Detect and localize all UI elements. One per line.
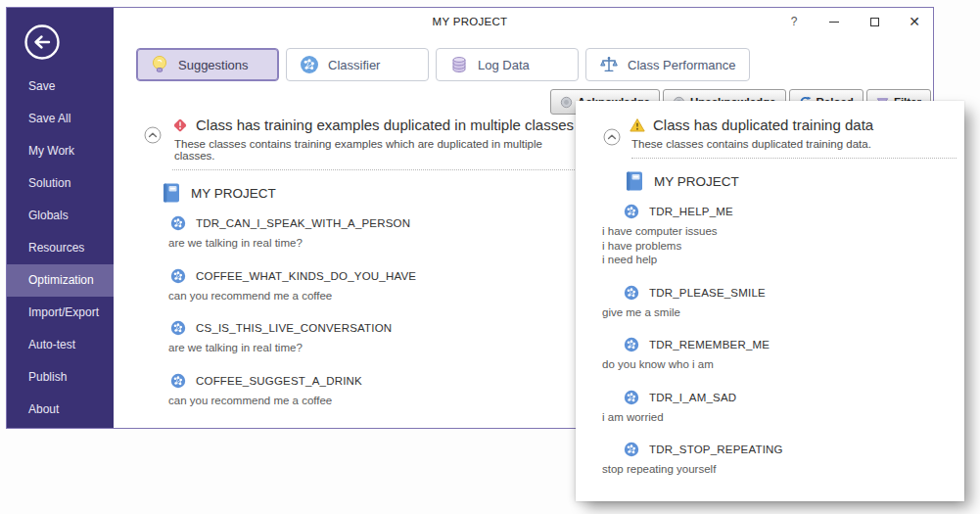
class-row[interactable]: TDR_I_AM_SAD [576, 390, 964, 405]
tab-class-performance[interactable]: Class Performance [585, 48, 750, 81]
training-example: do you know who i am [602, 357, 964, 372]
class-row[interactable]: TDR_HELP_ME [576, 204, 964, 219]
tab-label: Classifier [328, 58, 380, 72]
project-name: MY PROJECT [191, 186, 276, 201]
training-examples: stop repeating yourself [576, 462, 964, 477]
class-row[interactable]: COFFEE_SUGGEST_A_DRINK [134, 373, 583, 389]
class-icon [624, 442, 639, 457]
class-row[interactable]: COFFEE_WHAT_KINDS_DO_YOU_HAVE [134, 268, 583, 284]
classifier-icon [300, 55, 319, 74]
training-examples: i am worried [576, 410, 964, 425]
section-subtitle: These classes contains training examples… [134, 138, 583, 162]
maximize-button[interactable] [867, 15, 881, 28]
tab-classifier[interactable]: Classifier [286, 48, 429, 81]
collapse-section-button[interactable] [144, 126, 162, 144]
window-controls: ? ✕ [787, 15, 921, 28]
warning-triangle-icon [630, 117, 645, 133]
section-title: Class has training examples duplicated i… [196, 117, 574, 133]
training-example: can you recommend me a coffee [168, 394, 583, 408]
sidebar-item-my-work[interactable]: My Work [7, 135, 114, 167]
class-icon [170, 320, 186, 336]
project-node[interactable]: MY PROJECT [576, 170, 964, 192]
dotted-divider [172, 169, 583, 170]
class-name: TDR_CAN_I_SPEAK_WITH_A_PERSON [196, 217, 410, 229]
class-item: COFFEE_WHAT_KINDS_DO_YOU_HAVE can you re… [134, 268, 583, 304]
minimize-button[interactable] [827, 15, 841, 28]
tab-suggestions[interactable]: Suggestions [136, 48, 279, 81]
training-examples: give me a smile [576, 305, 964, 320]
back-button[interactable] [23, 23, 62, 62]
class-row[interactable]: TDR_REMEMBER_ME [576, 337, 964, 352]
training-example: i need help [602, 253, 964, 267]
close-button[interactable]: ✕ [908, 15, 921, 28]
class-name: TDR_REMEMBER_ME [649, 339, 770, 350]
database-icon [449, 55, 469, 74]
sidebar-item-globals[interactable]: Globals [7, 200, 114, 232]
class-item: TDR_REMEMBER_ME do you know who i am [576, 337, 964, 372]
project-node[interactable]: MY PROJECT [134, 182, 583, 204]
training-examples: i have computer issuesi have problemsi n… [576, 224, 964, 267]
training-example: are we talking in real time? [168, 236, 583, 251]
sidebar-item-resources[interactable]: Resources [7, 232, 114, 264]
training-example: i am worried [602, 410, 964, 425]
class-name: TDR_I_AM_SAD [649, 392, 736, 403]
class-name: TDR_PLEASE_SMILE [649, 287, 766, 299]
error-diamond-icon [172, 117, 188, 133]
class-row[interactable]: TDR_STOP_REPEATING [576, 442, 964, 457]
book-icon [624, 170, 645, 192]
class-icon [170, 373, 186, 389]
class-row[interactable]: CS_IS_THIS_LIVE_CONVERSATION [134, 320, 583, 336]
class-name: COFFEE_WHAT_KINDS_DO_YOU_HAVE [196, 270, 416, 282]
collapse-section-button[interactable] [603, 128, 621, 146]
sidebar: SaveSave AllMy WorkSolutionGlobalsResour… [7, 8, 114, 428]
training-examples: do you know who i am [576, 357, 964, 372]
titlebar: MY PROJECT ? ✕ [7, 8, 933, 35]
tab-label: Suggestions [178, 58, 249, 72]
sidebar-item-solution[interactable]: Solution [7, 167, 114, 200]
tab-log-data[interactable]: Log Data [436, 48, 579, 81]
sidebar-item-save-all[interactable]: Save All [7, 103, 114, 135]
class-item: TDR_PLEASE_SMILE give me a smile [576, 285, 964, 320]
sidebar-item-optimization[interactable]: Optimization [7, 264, 114, 297]
class-icon [170, 215, 186, 231]
scales-icon [599, 55, 619, 74]
tab-label: Class Performance [628, 58, 736, 72]
help-button[interactable]: ? [787, 15, 801, 28]
sidebar-item-about[interactable]: About [7, 394, 114, 426]
training-examples: can you recommend me a coffee [134, 289, 583, 304]
lightbulb-icon [150, 55, 169, 74]
training-examples: are we talking in real time? [134, 236, 583, 251]
acknowledge-icon [560, 96, 573, 109]
project-name: MY PROJECT [654, 174, 739, 189]
sidebar-item-save[interactable]: Save [7, 70, 114, 103]
class-name: TDR_STOP_REPEATING [649, 444, 783, 455]
class-item: TDR_I_AM_SAD i am worried [576, 390, 964, 425]
class-item: TDR_CAN_I_SPEAK_WITH_A_PERSON are we tal… [134, 215, 583, 251]
class-icon [624, 204, 639, 219]
class-row[interactable]: TDR_PLEASE_SMILE [576, 285, 964, 301]
class-name: CS_IS_THIS_LIVE_CONVERSATION [196, 322, 392, 334]
class-item: TDR_STOP_REPEATING stop repeating yourse… [576, 442, 964, 477]
sidebar-item-auto-test[interactable]: Auto-test [7, 329, 114, 361]
class-icon [170, 268, 186, 284]
class-icon [624, 285, 639, 301]
training-example: stop repeating yourself [602, 462, 964, 477]
minimize-icon [829, 22, 839, 23]
overlay-panel: Class has duplicated training data These… [576, 101, 964, 501]
maximize-icon [870, 18, 879, 26]
book-icon [161, 182, 182, 204]
sidebar-item-import-export[interactable]: Import/Export [7, 297, 114, 329]
class-row[interactable]: TDR_CAN_I_SPEAK_WITH_A_PERSON [134, 215, 583, 231]
sidebar-nav: SaveSave AllMy WorkSolutionGlobalsResour… [7, 70, 114, 426]
training-examples: can you recommend me a coffee [134, 394, 583, 408]
back-arrow-icon [23, 23, 62, 62]
class-item: TDR_HELP_ME i have computer issuesi have… [576, 204, 964, 267]
training-example: i have computer issues [602, 224, 964, 239]
section-subtitle: These classes contains duplicated traini… [576, 138, 964, 150]
training-example: are we talking in real time? [168, 341, 583, 355]
training-examples: are we talking in real time? [134, 341, 583, 355]
tab-label: Log Data [478, 58, 530, 72]
dotted-divider [631, 158, 957, 159]
sidebar-item-publish[interactable]: Publish [7, 361, 114, 394]
class-icon [624, 390, 639, 405]
